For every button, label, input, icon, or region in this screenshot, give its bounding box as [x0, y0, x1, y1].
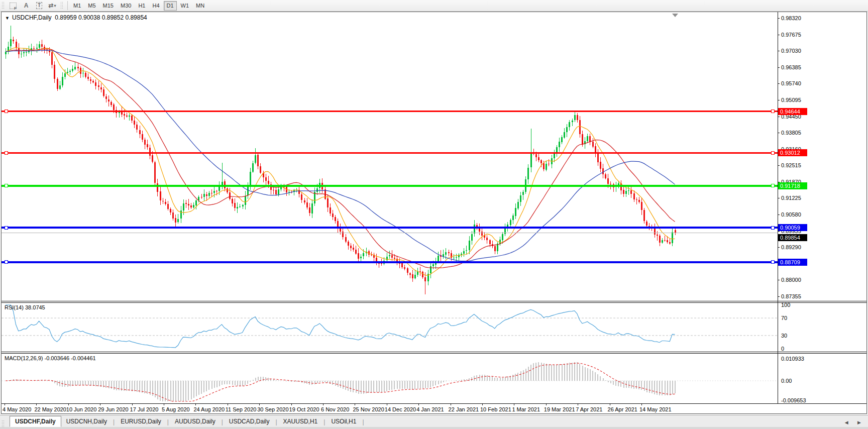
timeframe-button-h1[interactable]: H1 — [135, 1, 148, 11]
chart-tab-bar: USDCHF,DailyUSDCNH,Daily|EURUSD,Daily|AU… — [0, 415, 868, 427]
chart-tabs: USDCHF,DailyUSDCNH,Daily|EURUSD,Daily|AU… — [7, 416, 365, 427]
price-axis-label: 0.98320 — [778, 15, 801, 21]
date-axis-label: 26 Apr 2021 — [608, 406, 637, 412]
price-axis-label: 0.96385 — [778, 64, 801, 70]
date-axis-label: 19 Mar 2021 — [544, 406, 575, 412]
date-tick — [641, 404, 642, 405]
date-tick — [195, 404, 196, 405]
ma-mid-line — [6, 49, 675, 268]
date-axis-label: 24 Aug 2020 — [193, 406, 225, 412]
macd-name: MACD(12,26,9) — [5, 355, 43, 361]
label-tool-icon[interactable]: T — [33, 1, 45, 11]
chart-title-caret-icon[interactable]: ▼ — [5, 16, 10, 21]
tab-separator: | — [112, 417, 116, 427]
dropdown-caret-icon: ▾ — [54, 4, 56, 8]
date-tick — [546, 404, 547, 405]
macd-indicator-label: MACD(12,26,9) -0.003646 -0.004461 — [5, 355, 96, 361]
date-axis-label: 22 Jan 2021 — [449, 406, 479, 412]
ma-fast-line — [6, 48, 675, 275]
candlestick-series — [5, 26, 676, 294]
chart-tab-usoil-h1[interactable]: USOil,H1 — [326, 416, 361, 427]
pane-splitter-macd[interactable] — [2, 352, 866, 354]
date-tick — [451, 404, 451, 405]
price-axis-label: 0.91225 — [778, 195, 801, 201]
hline-price-label: 0.88709 — [778, 259, 807, 266]
tab-separator: | — [322, 417, 326, 427]
date-tick — [323, 404, 323, 405]
date-tick — [610, 404, 610, 405]
rsi-indicator-canvas[interactable] — [2, 303, 867, 352]
date-axis-label: 7 Apr 2021 — [576, 406, 602, 412]
date-axis-label: 10 Feb 2021 — [480, 406, 511, 412]
chart-tab-audusd-daily[interactable]: AUDUSD,Daily — [170, 416, 221, 427]
timeframe-buttons-group: M1M5M15M30H1H4D1W1MN — [70, 1, 208, 11]
rsi-axis-label: 100 — [781, 302, 790, 308]
macd-indicator-canvas[interactable] — [2, 354, 867, 403]
status-bar — [0, 427, 868, 429]
date-tick — [100, 404, 100, 405]
tab-scroll-arrows[interactable]: ◀ ▶ — [845, 420, 865, 425]
macd-values: -0.003646 -0.004461 — [44, 355, 95, 361]
chart-tab-usdcad-daily[interactable]: USDCAD,Daily — [224, 416, 275, 427]
chart-window[interactable]: ▼USDCHF,Daily 0.89959 0.90038 0.89852 0.… — [1, 12, 867, 414]
fibonacci-tool-icon[interactable]: F — [7, 1, 19, 11]
chart-tab-xauusd-h1[interactable]: XAUUSD,H1 — [278, 416, 323, 427]
chart-symbol-period: USDCHF,Daily — [12, 14, 52, 21]
date-tick — [578, 404, 578, 405]
timeframe-button-w1[interactable]: W1 — [178, 1, 192, 11]
chart-tab-eurusd-daily[interactable]: EURUSD,Daily — [116, 416, 166, 427]
top-toolbar: FAT⇄▾ M1M5M15M30H1H4D1W1MN — [0, 0, 868, 12]
date-tick — [132, 404, 133, 405]
timeframe-button-m15[interactable]: M15 — [100, 1, 117, 11]
date-axis-label: 14 May 2021 — [639, 406, 672, 412]
timeframe-button-d1[interactable]: D1 — [164, 1, 177, 11]
pane-splitter-rsi[interactable] — [2, 301, 866, 303]
date-axis-label: 22 May 2020 — [34, 406, 66, 412]
chart-ohlc-values: 0.89959 0.90038 0.89852 0.89854 — [55, 14, 147, 21]
date-axis-label: 30 Sep 2020 — [257, 406, 288, 412]
price-axis-label: 0.92515 — [778, 162, 801, 168]
macd-histogram — [6, 362, 676, 401]
toolbar-separator — [67, 1, 68, 10]
chart-tab-usdcnh-daily[interactable]: USDCNH,Daily — [61, 416, 112, 427]
chart-tab-usdchf-daily[interactable]: USDCHF,Daily — [10, 416, 61, 427]
macd-axis-label: -0.009653 — [781, 397, 806, 403]
date-axis-label: 4 Jan 2021 — [416, 406, 444, 412]
date-axis-label: 19 Oct 2020 — [289, 406, 319, 412]
chart-title: ▼USDCHF,Daily 0.89959 0.90038 0.89852 0.… — [5, 14, 147, 21]
timeframe-button-h4[interactable]: H4 — [149, 1, 162, 11]
date-axis-label: 11 Sep 2020 — [226, 406, 257, 412]
timeframe-button-mn[interactable]: MN — [193, 1, 207, 11]
date-axis-label: 5 Aug 2020 — [162, 406, 190, 412]
rsi-axis-label: 70 — [781, 315, 787, 321]
tabbar-grip[interactable] — [2, 420, 5, 427]
tab-separator: | — [221, 417, 224, 427]
timeframe-button-m30[interactable]: M30 — [118, 1, 134, 11]
text-tool-icon[interactable]: A — [20, 1, 32, 11]
date-axis-label: 10 Jun 2020 — [66, 406, 97, 412]
price-axis-label: 0.97030 — [778, 48, 801, 54]
arrows-tool-icon[interactable]: ⇄▾ — [46, 1, 58, 11]
hline-price-label: 0.91718 — [778, 182, 807, 189]
date-axis-label: 14 Dec 2020 — [385, 406, 416, 412]
timeframe-button-m1[interactable]: M1 — [70, 1, 84, 11]
rsi-axis-label: 30 — [781, 333, 787, 339]
timeframe-button-m5[interactable]: M5 — [85, 1, 98, 11]
date-tick — [355, 404, 355, 405]
price-chart-canvas[interactable] — [2, 12, 867, 301]
date-axis-label: 17 Jul 2020 — [130, 406, 159, 412]
tab-separator: | — [361, 417, 365, 427]
current-price-label: 0.89854 — [778, 234, 807, 241]
scroll-to-end-marker[interactable] — [672, 14, 678, 17]
price-axis-line — [778, 12, 778, 403]
timeframe-toolbar-grip[interactable] — [60, 2, 64, 10]
drawing-tools-group: FAT⇄▾ — [7, 1, 59, 11]
toolbar-grip[interactable] — [2, 2, 5, 10]
rsi-indicator-label: RSI(14) 38.0745 — [5, 304, 45, 310]
horizontal-lines[interactable] — [2, 110, 778, 264]
date-axis-label: 4 May 2020 — [3, 406, 31, 412]
date-axis: 4 May 202022 May 202010 Jun 202029 Jun 2… — [2, 403, 866, 414]
price-axis-label: 0.95740 — [778, 80, 801, 86]
date-tick — [482, 404, 483, 405]
price-axis-label: 0.88000 — [778, 277, 801, 283]
